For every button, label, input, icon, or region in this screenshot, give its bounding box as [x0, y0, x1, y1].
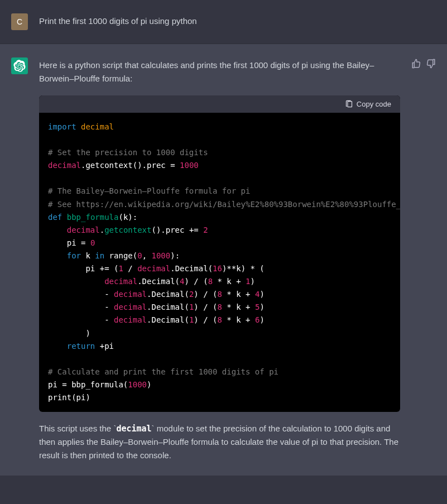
svg-rect-0: [348, 102, 352, 107]
assistant-outro-text: This script uses the `decimal` module to…: [39, 422, 400, 462]
copy-code-label: Copy code: [357, 100, 391, 108]
code-block-header: Copy code: [39, 95, 400, 113]
user-avatar: C: [11, 13, 28, 30]
thumbs-down-icon[interactable]: [426, 59, 436, 69]
user-message-content: Print the first 1000 digits of pi using …: [39, 13, 436, 30]
thumbs-up-icon[interactable]: [411, 59, 421, 69]
inline-code: decimal: [116, 424, 151, 434]
openai-logo-icon: [13, 60, 26, 72]
assistant-message-row: Here is a python script that calculates …: [0, 44, 447, 476]
message-actions: [411, 57, 436, 462]
assistant-avatar: [11, 57, 28, 74]
copy-code-button[interactable]: Copy code: [345, 100, 391, 108]
code-block: Copy code import decimal # Set the preci…: [39, 95, 400, 412]
user-message-text: Print the first 1000 digits of pi using …: [39, 16, 197, 26]
assistant-intro-text: Here is a python script that calculates …: [39, 59, 400, 85]
user-message-row: C Print the first 1000 digits of pi usin…: [0, 0, 447, 44]
assistant-message-content: Here is a python script that calculates …: [39, 57, 400, 462]
clipboard-icon: [345, 100, 353, 108]
code-content[interactable]: import decimal # Set the precision to 10…: [39, 113, 400, 412]
user-avatar-letter: C: [17, 16, 22, 28]
